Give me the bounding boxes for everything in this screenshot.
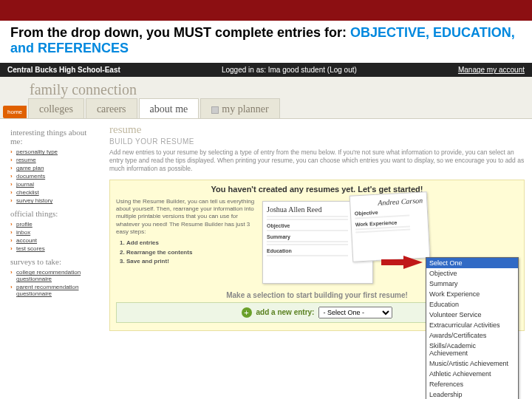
- family-connection-header: family connection: [0, 77, 532, 98]
- dropdown-option-objective[interactable]: Objective: [426, 268, 518, 279]
- sidebar-item-game-plan[interactable]: game plan: [10, 164, 98, 172]
- entry-type-dropdown-open[interactable]: Select OneObjectiveSummaryWork Experienc…: [426, 257, 519, 399]
- dropdown-option-references[interactable]: References: [426, 379, 518, 389]
- sidebar-item-checklist[interactable]: checklist: [10, 188, 98, 197]
- logged-in-text[interactable]: Logged in as: Ima good student (Log out): [222, 66, 357, 74]
- dropdown-option-skills-academic-achievement[interactable]: Skills/Academic Achievement: [426, 341, 518, 358]
- add-entry-label: add a new entry:: [256, 308, 315, 316]
- builder-text: Using the Resume Builder, you can tell u…: [116, 198, 256, 287]
- tab-label: about me: [150, 103, 188, 115]
- builder-step: Rearrange the contents: [126, 249, 256, 256]
- dropdown-option-leadership[interactable]: Leadership: [426, 389, 518, 399]
- get-started-heading: You haven't created any resumes yet. Let…: [116, 185, 518, 194]
- callout-arrow-icon: [403, 256, 423, 269]
- sidebar-item-college-recommendation-questionnaire[interactable]: college recommendation questionnaire: [10, 268, 98, 283]
- sample2-name: Andrea Carson: [354, 196, 423, 208]
- main-tab-row: home collegescareersabout memy planner: [0, 98, 532, 119]
- tab-label: colleges: [39, 103, 73, 115]
- school-name: Central Bucks High School-East: [7, 66, 120, 74]
- sidebar-item-documents[interactable]: documents: [10, 172, 98, 180]
- plus-icon: +: [242, 307, 252, 318]
- dropdown-option-volunteer-service[interactable]: Volunteer Service: [426, 310, 518, 320]
- entry-type-select[interactable]: - Select One -: [318, 307, 392, 318]
- sidebar-section-heading: official things:: [10, 209, 98, 218]
- sidebar-item-journal[interactable]: journal: [10, 180, 98, 188]
- dropdown-option-awards-certificates[interactable]: Awards/Certificates: [426, 330, 518, 341]
- sidebar-item-personality-type[interactable]: personality type: [10, 148, 98, 156]
- tab-careers[interactable]: careers: [86, 98, 137, 118]
- builder-intro: Using the Resume Builder, you can tell u…: [116, 198, 254, 236]
- planner-icon: [211, 106, 219, 114]
- tab-label: my planner: [222, 103, 268, 115]
- sidebar-item-inbox[interactable]: inbox: [10, 228, 98, 236]
- sidebar-section-heading: interesting things about me:: [10, 128, 98, 146]
- build-description: Add new entries to your resume by select…: [109, 149, 525, 173]
- dropdown-option-summary[interactable]: Summary: [426, 279, 518, 289]
- app-top-bar: Central Bucks High School-East Logged in…: [0, 63, 532, 77]
- sidebar-item-parent-recommendation-questionnaire[interactable]: parent recommendation questionnaire: [10, 283, 98, 298]
- dropdown-option-education[interactable]: Education: [426, 299, 518, 310]
- fc-title: family connection: [30, 81, 137, 98]
- instruction-prefix: From the drop down, you MUST complete en…: [10, 25, 350, 40]
- dropdown-option-work-experience[interactable]: Work Experience: [426, 289, 518, 299]
- tab-my-planner[interactable]: my planner: [200, 98, 279, 118]
- sidebar-item-account[interactable]: account: [10, 236, 98, 245]
- builder-steps-list: Add entriesRearrange the contentsSave an…: [126, 239, 256, 265]
- sidebar-item-profile[interactable]: profile: [10, 220, 98, 228]
- instruction-text: From the drop down, you MUST complete en…: [0, 21, 532, 63]
- sample2-sec-objective: Objective: [355, 207, 423, 216]
- build-subhead: BUILD YOUR RESUME: [109, 137, 525, 146]
- dropdown-option-athletic-achievement[interactable]: Athletic Achievement: [426, 369, 518, 379]
- dropdown-option-music-artistic-achievement[interactable]: Music/Artistic Achievement: [426, 358, 518, 369]
- home-tab[interactable]: home: [3, 106, 27, 118]
- tab-label: careers: [97, 103, 126, 115]
- builder-step: Save and print!: [126, 258, 256, 265]
- tab-about-me[interactable]: about me: [139, 98, 200, 118]
- builder-step: Add entries: [126, 239, 256, 247]
- left-sidebar: interesting things about me:personality …: [10, 123, 98, 330]
- sample2-sec-work: Work Experience: [355, 218, 424, 227]
- sidebar-item-resume[interactable]: resume: [10, 156, 98, 164]
- tab-colleges[interactable]: colleges: [28, 98, 84, 118]
- slide-red-header-bar: [0, 0, 532, 21]
- sidebar-item-survey-history[interactable]: survey history: [10, 197, 98, 205]
- sidebar-item-test-scores[interactable]: test scores: [10, 245, 98, 253]
- sidebar-section-heading: surveys to take:: [10, 257, 98, 266]
- page-title: resume: [109, 123, 525, 136]
- manage-account-link[interactable]: Manage my account: [458, 66, 525, 74]
- sample-resume-2: Andrea Carson Objective Work Experience: [349, 191, 431, 262]
- dropdown-option-extracurricular-activities[interactable]: Extracurricular Activities: [426, 320, 518, 330]
- dropdown-option-select-one[interactable]: Select One: [426, 258, 518, 268]
